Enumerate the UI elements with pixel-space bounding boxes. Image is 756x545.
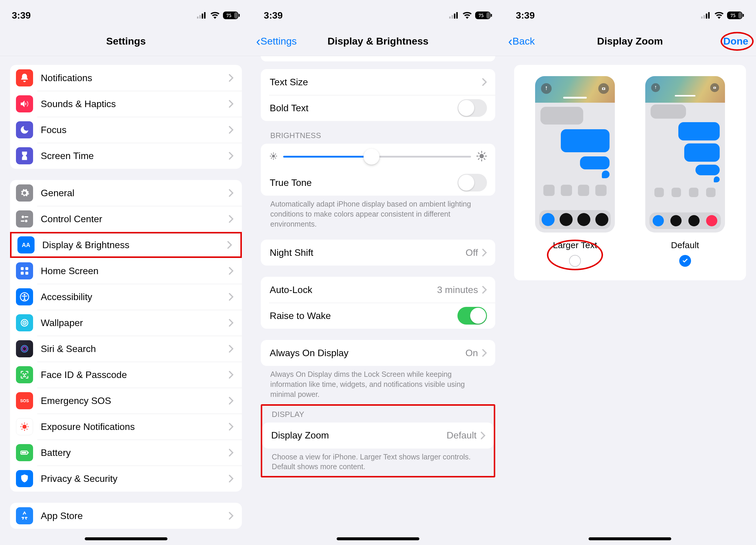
svg-point-27	[22, 425, 27, 429]
row-label: Screen Time	[41, 151, 229, 162]
zoom-option-larger-text[interactable]: Larger Text	[535, 76, 615, 267]
row-night-shift[interactable]: Night Shift Off	[261, 240, 495, 266]
row-accessibility[interactable]: Accessibility	[10, 284, 242, 310]
zoom-radio-default[interactable]	[679, 255, 691, 267]
wifi-icon	[462, 12, 472, 19]
brightness-header: BRIGHTNESS	[261, 121, 495, 144]
row-privacy-security[interactable]: Privacy & Security	[10, 466, 242, 492]
display-zoom-footer: Choose a view for iPhone. Larger Text sh…	[262, 448, 493, 474]
row-emergency-sos[interactable]: SOS Emergency SOS	[10, 388, 242, 414]
svg-text:AA: AA	[22, 242, 30, 248]
svg-text:75: 75	[227, 13, 232, 18]
svg-rect-9	[25, 216, 28, 218]
raise-to-wake-toggle[interactable]	[457, 307, 487, 324]
svg-line-52	[271, 154, 272, 155]
row-value: On	[465, 347, 478, 358]
zoom-option-default[interactable]: Default	[645, 76, 725, 267]
row-true-tone[interactable]: True Tone	[261, 170, 495, 196]
display-zoom-group: Display Zoom Default	[262, 422, 493, 448]
row-siri-search[interactable]: Siri & Search	[10, 336, 242, 362]
row-control-center[interactable]: Control Center	[10, 206, 242, 232]
home-indicator[interactable]	[85, 537, 167, 540]
row-sounds-haptics[interactable]: Sounds & Haptics	[10, 91, 242, 117]
chevron-right-icon	[482, 286, 487, 293]
chevron-right-icon	[229, 189, 234, 197]
nav-title: Display & Brightness	[328, 35, 428, 47]
row-bold-text[interactable]: Bold Text	[261, 95, 495, 121]
row-screen-time[interactable]: Screen Time	[10, 143, 242, 169]
screen-time-icon	[16, 147, 33, 164]
chevron-right-icon	[227, 241, 232, 249]
row-general[interactable]: General	[10, 180, 242, 206]
settings-content: Notifications Sounds & Haptics Focus Scr…	[0, 56, 252, 545]
exposure-icon	[16, 418, 33, 435]
svg-rect-67	[706, 14, 707, 19]
cellular-icon	[701, 12, 711, 19]
svg-line-33	[27, 429, 27, 430]
back-label: Back	[512, 35, 535, 47]
settings-group-notifications: Notifications Sounds & Haptics Focus Scr…	[10, 65, 242, 169]
chevron-right-icon	[229, 512, 234, 520]
chevron-right-icon	[482, 249, 487, 257]
svg-point-8	[22, 216, 24, 218]
cellular-icon	[197, 12, 207, 19]
row-text-size[interactable]: Text Size	[261, 69, 495, 95]
svg-point-24	[23, 373, 24, 374]
row-value: Default	[447, 430, 476, 441]
brightness-slider[interactable]	[283, 156, 471, 158]
flashlight-icon	[541, 83, 552, 94]
svg-point-21	[24, 322, 25, 323]
chevron-right-icon	[481, 432, 485, 439]
true-tone-toggle[interactable]	[457, 174, 487, 192]
row-notifications[interactable]: Notifications	[10, 65, 242, 91]
svg-text:SOS: SOS	[20, 398, 29, 403]
row-focus[interactable]: Focus	[10, 117, 242, 143]
battery-icon: 75	[475, 12, 492, 19]
row-wallpaper[interactable]: Wallpaper	[10, 310, 242, 336]
svg-line-34	[22, 429, 22, 430]
svg-rect-38	[22, 452, 26, 453]
row-label: Battery	[41, 447, 229, 458]
row-label: Home Screen	[41, 266, 229, 276]
svg-rect-3	[204, 12, 206, 19]
row-display-zoom[interactable]: Display Zoom Default	[262, 422, 493, 448]
status-time: 3:39	[12, 10, 31, 21]
text-group: Text Size Bold Text	[261, 69, 495, 121]
row-raise-to-wake[interactable]: Raise to Wake	[261, 303, 495, 329]
face-id-icon	[16, 366, 33, 383]
display-brightness-icon: AA	[17, 236, 35, 254]
control-center-icon	[16, 211, 33, 228]
svg-point-47	[272, 155, 275, 158]
home-indicator[interactable]	[337, 537, 419, 540]
sun-high-icon	[476, 151, 487, 163]
row-label: Wallpaper	[41, 317, 229, 328]
svg-point-23	[22, 347, 27, 351]
row-exposure-notifications[interactable]: Exposure Notifications	[10, 414, 242, 440]
zoom-options: Larger Text Default	[514, 65, 746, 280]
svg-rect-5	[239, 14, 240, 17]
home-indicator[interactable]	[589, 537, 671, 540]
svg-line-63	[478, 159, 479, 159]
flashlight-icon	[651, 83, 660, 92]
svg-rect-13	[21, 267, 24, 270]
row-app-store[interactable]: App Store	[10, 503, 242, 529]
row-display-brightness[interactable]: AA Display & Brightness	[10, 232, 242, 258]
svg-rect-2	[202, 14, 203, 19]
row-auto-lock[interactable]: Auto-Lock 3 minutes	[261, 277, 495, 303]
status-bar: 3:39 75	[0, 0, 252, 27]
night-shift-group: Night Shift Off	[261, 240, 495, 266]
back-button[interactable]: ‹ Settings	[256, 35, 297, 48]
nav-bar: ‹ Settings Display & Brightness	[252, 27, 504, 56]
row-home-screen[interactable]: Home Screen	[10, 258, 242, 284]
row-battery[interactable]: Battery	[10, 440, 242, 466]
nav-title: Settings	[106, 35, 146, 47]
row-face-id[interactable]: Face ID & Passcode	[10, 362, 242, 388]
chevron-right-icon	[229, 475, 234, 482]
svg-point-56	[479, 154, 484, 159]
db-content: Text Size Bold Text BRIGHTNESS True Tone	[252, 56, 504, 545]
bold-text-toggle[interactable]	[457, 99, 487, 117]
svg-point-76	[714, 87, 715, 88]
row-always-on-display[interactable]: Always On Display On	[261, 340, 495, 366]
done-highlight	[721, 32, 754, 51]
back-button[interactable]: ‹ Back	[508, 35, 535, 48]
